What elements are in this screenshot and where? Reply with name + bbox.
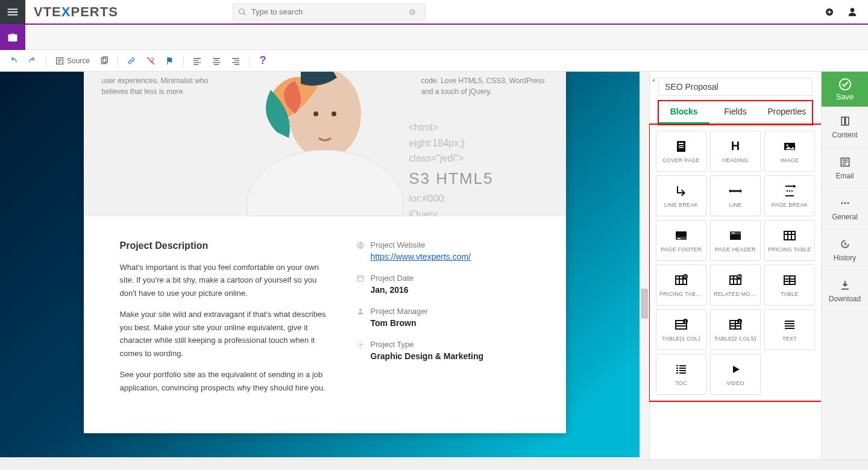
meta-label: Project Date xyxy=(371,274,414,283)
content-left: Project Description What's important is … xyxy=(120,240,332,403)
redo-button[interactable] xyxy=(25,54,40,68)
undo-button[interactable] xyxy=(6,54,20,68)
svg-point-10 xyxy=(359,309,362,312)
align-right-icon xyxy=(231,56,241,66)
block-table[interactable]: TABLE xyxy=(764,265,815,306)
hamburger-icon xyxy=(6,5,19,19)
svg-point-19 xyxy=(787,190,788,192)
block-label: IMAGE xyxy=(781,157,799,163)
block-heading[interactable]: HHEADING xyxy=(710,131,761,172)
rail-content[interactable]: Content xyxy=(822,107,868,148)
desc-p2: Make your site wild and extravagant if t… xyxy=(120,308,332,360)
block-label: PAGE BREAK xyxy=(772,202,808,208)
save-label: Save xyxy=(836,92,854,101)
rail-label: History xyxy=(834,254,856,262)
user-icon[interactable] xyxy=(848,7,857,17)
hero-code-hint: <html> eight:184px;} class="jedi"> S3 HT… xyxy=(409,120,493,216)
svg-rect-14 xyxy=(679,145,684,146)
line-break-icon xyxy=(674,184,688,198)
menu-button[interactable] xyxy=(0,0,25,24)
meta-manager: Project Manager Tom Brown xyxy=(356,307,530,328)
rail-download[interactable]: Download xyxy=(822,271,868,312)
desc-p1: What's important is that you feel comfor… xyxy=(120,261,332,299)
block-page-break[interactable]: PAGE BREAK xyxy=(764,175,815,216)
search-box[interactable] xyxy=(233,4,426,20)
horizontal-scrollbar[interactable] xyxy=(0,459,868,470)
breadcrumb-row: DOCUMENT DESIGNER › Adding new xyxy=(0,25,868,50)
svg-point-46 xyxy=(841,202,843,204)
meta-date: Project Date Jan, 2016 xyxy=(356,274,530,295)
add-icon[interactable] xyxy=(825,7,834,17)
canvas-scroll[interactable]: user experiences. Minimalist who believe… xyxy=(0,72,649,459)
chevron-down-icon[interactable] xyxy=(408,8,417,16)
anchor-button[interactable] xyxy=(163,54,177,68)
save-button[interactable]: Save xyxy=(822,72,868,107)
document-title-input[interactable] xyxy=(658,78,813,96)
download-icon xyxy=(839,279,851,291)
block-toc[interactable]: TOC xyxy=(656,354,706,395)
related-module-icon: RE xyxy=(728,273,743,287)
copy-button[interactable] xyxy=(97,54,112,68)
hero-left-text: user experiences. Minimalist who believe… xyxy=(102,75,222,97)
svg-point-18 xyxy=(787,145,788,146)
flag-icon xyxy=(165,56,175,66)
help-button[interactable]: ? xyxy=(256,54,270,68)
block-label: HEADING xyxy=(722,157,748,163)
briefcase-icon xyxy=(7,31,19,43)
content-right: Project Website https://www.vtexperts.co… xyxy=(356,240,530,403)
code-line: class="jedi"> xyxy=(409,151,493,166)
align-right-button[interactable] xyxy=(228,54,243,68)
search-input[interactable] xyxy=(250,7,408,17)
module-icon[interactable] xyxy=(0,25,25,50)
svg-rect-24 xyxy=(678,238,681,239)
svg-rect-13 xyxy=(679,143,684,144)
line-icon xyxy=(728,184,743,198)
block-page-footer[interactable]: PAGE FOOTER xyxy=(656,220,706,261)
block-line-break[interactable]: LINE BREAK xyxy=(656,175,706,216)
align-left-button[interactable] xyxy=(190,54,204,68)
block-page-header[interactable]: PAGE HEADER xyxy=(710,220,761,261)
block-image[interactable]: IMAGE xyxy=(764,131,815,172)
hero-art-icon xyxy=(234,72,415,216)
source-button[interactable]: Source xyxy=(52,54,92,68)
desc-p3: See your portfolio site as the equivalen… xyxy=(120,368,332,394)
svg-point-48 xyxy=(847,202,849,204)
content-icon xyxy=(839,115,851,127)
block-table-1col[interactable]: 1TABLE(1 COL) xyxy=(656,309,706,350)
document-page[interactable]: user experiences. Minimalist who believe… xyxy=(84,72,566,433)
block-label: RELATED MOD... xyxy=(714,291,757,297)
tab-properties[interactable]: Properties xyxy=(761,101,813,124)
svg-text:ID: ID xyxy=(684,275,687,278)
meta-label: Project Type xyxy=(371,340,414,349)
code-line: eight:184px;} xyxy=(409,136,493,151)
toolbar-sep xyxy=(46,55,46,67)
align-center-button[interactable] xyxy=(209,54,224,68)
redo-icon xyxy=(28,56,37,66)
block-label: TABLE(2 COLS) xyxy=(714,336,756,342)
block-text[interactable]: TEXT xyxy=(764,309,815,350)
block-line[interactable]: LINE xyxy=(710,175,761,216)
rail-history[interactable]: History xyxy=(822,230,868,271)
pricing-table-icon xyxy=(782,228,797,243)
block-pricing-table-idc[interactable]: IDPRICING TABL... xyxy=(656,265,706,306)
block-related-module[interactable]: RERELATED MOD... xyxy=(710,265,761,306)
svg-rect-44 xyxy=(845,117,848,125)
website-link[interactable]: https://www.vtexperts.com/ xyxy=(371,252,471,262)
block-cover-page[interactable]: COVER PAGE xyxy=(656,131,706,172)
rail-email[interactable]: Email xyxy=(822,148,868,189)
pricing-table-idc-icon: ID xyxy=(674,273,688,287)
vertical-scrollbar[interactable] xyxy=(640,72,649,459)
svg-rect-9 xyxy=(357,275,363,281)
tab-blocks[interactable]: Blocks xyxy=(658,101,709,124)
svg-point-7 xyxy=(332,111,336,116)
tab-fields[interactable]: Fields xyxy=(709,101,761,124)
link-button[interactable] xyxy=(124,54,139,68)
block-table-2cols[interactable]: 2TABLE(2 COLS) xyxy=(710,309,761,350)
rail-general[interactable]: General xyxy=(822,189,868,230)
globe-icon xyxy=(356,241,365,249)
block-video[interactable]: VIDEO xyxy=(710,354,761,395)
scrollbar-thumb[interactable] xyxy=(641,289,648,319)
block-pricing-table[interactable]: PRICING TABLE xyxy=(764,220,815,261)
unlink-button[interactable] xyxy=(143,54,158,68)
canvas: user experiences. Minimalist who believe… xyxy=(0,72,649,459)
